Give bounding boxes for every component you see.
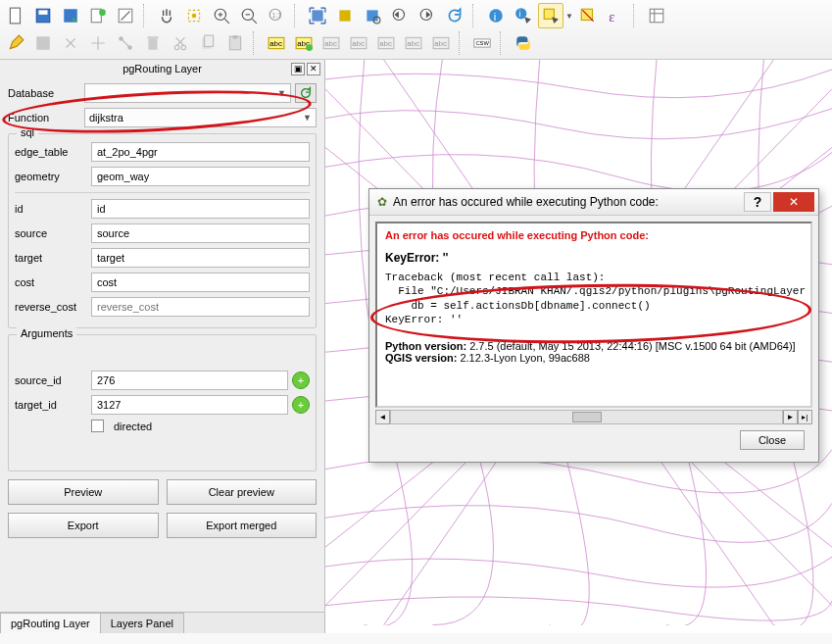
zoom-in-icon[interactable] [209, 3, 234, 28]
scroll-right-icon[interactable]: ► [783, 410, 798, 424]
python-console-icon[interactable] [511, 30, 536, 56]
svg-marker-27 [426, 12, 431, 19]
svg-text:abc: abc [407, 39, 419, 48]
label-dim2-icon[interactable]: abc [346, 30, 371, 56]
panel-title: pgRouting Layer [122, 63, 202, 74]
target-id-pick-button[interactable]: + [292, 396, 310, 414]
tab-layers[interactable]: Layers Panel [100, 613, 184, 633]
clear-preview-button[interactable]: Clear preview [167, 479, 318, 505]
new-composer-icon[interactable] [113, 3, 138, 28]
reverse-cost-input[interactable] [91, 297, 310, 317]
directed-checkbox[interactable] [91, 420, 104, 432]
zoom-layer-icon[interactable] [360, 3, 385, 28]
database-refresh-button[interactable] [295, 83, 317, 103]
dialog-close-x[interactable]: ✕ [773, 192, 814, 212]
delete-icon[interactable] [140, 30, 166, 56]
zoom-selection-icon[interactable] [332, 3, 358, 28]
copy-icon[interactable] [195, 30, 220, 56]
svg-line-51 [176, 37, 184, 45]
select-features-icon[interactable] [538, 3, 563, 28]
edge-table-label: edge_table [15, 146, 87, 158]
svg-line-50 [177, 37, 185, 45]
dialog-help-button[interactable]: ? [744, 192, 771, 212]
label-dim4-icon[interactable]: abc [401, 30, 426, 56]
tab-pgrouting[interactable]: pgRouting Layer [0, 613, 101, 633]
label-abc-icon[interactable]: abc [264, 30, 289, 56]
identify-arrow-icon[interactable]: i [511, 3, 536, 28]
label-dim5-icon[interactable]: abc [428, 30, 454, 56]
dialog-scrollbar[interactable]: ◄ ► ▸| [375, 410, 812, 424]
target-label: target [15, 252, 87, 264]
refresh-icon[interactable] [442, 3, 467, 28]
move-feature-icon[interactable] [85, 30, 111, 56]
target-input[interactable] [91, 248, 310, 268]
scroll-left-icon[interactable]: ◄ [375, 410, 390, 424]
traceback-line-4: KeyError: '' [385, 313, 803, 326]
identify-icon[interactable]: i [483, 3, 509, 28]
csw-icon[interactable]: CSW [469, 30, 495, 56]
source-id-label: source_id [15, 374, 87, 386]
sql-group-title: sql [17, 126, 38, 138]
pgrouting-panel: pgRouting Layer ▣ ✕ Database ▼ Function … [0, 60, 325, 633]
new-file-icon[interactable] [3, 3, 28, 28]
node-tool-icon[interactable] [113, 30, 138, 56]
panel-undock-icon[interactable]: ▣ [291, 63, 305, 75]
deselect-icon[interactable] [575, 3, 601, 28]
preview-button[interactable]: Preview [8, 479, 159, 505]
geometry-input[interactable] [91, 167, 310, 186]
svg-line-12 [224, 19, 229, 24]
toggle-edit-icon[interactable] [3, 30, 28, 56]
label-abc2-icon[interactable]: abc [291, 30, 317, 56]
attribute-table-icon[interactable] [644, 3, 669, 28]
label-dim1-icon[interactable]: abc [318, 30, 344, 56]
svg-rect-21 [339, 10, 350, 21]
id-input[interactable] [91, 199, 310, 219]
traceback-line-1: Traceback (most recent call last): [385, 271, 803, 284]
svg-text:abc: abc [269, 39, 282, 48]
svg-rect-20 [312, 10, 322, 21]
database-select[interactable]: ▼ [84, 83, 291, 103]
edge-table-input[interactable] [91, 142, 310, 162]
svg-rect-2 [39, 10, 48, 15]
scroll-end-icon[interactable]: ▸| [798, 410, 812, 424]
dialog-close-button[interactable]: Close [740, 430, 805, 450]
export-merged-button[interactable]: Export merged [167, 513, 318, 538]
add-feature-icon[interactable] [58, 30, 83, 56]
qgis-version-value: 2.12.3-Lyon Lyon, 99ac688 [457, 352, 590, 364]
function-select[interactable]: dijkstra▼ [84, 108, 317, 127]
error-key: KeyError: '' [385, 251, 803, 265]
dialog-titlebar[interactable]: ✿ An error has occured while executing P… [369, 189, 818, 216]
zoom-next-icon[interactable] [415, 3, 440, 28]
arguments-group-title: Arguments [17, 327, 76, 339]
save-edits-icon[interactable] [58, 3, 83, 28]
error-heading: An error has occured while executing Pyt… [385, 229, 803, 241]
zoom-full-icon[interactable] [305, 3, 330, 28]
source-id-pick-button[interactable]: + [292, 372, 310, 389]
new-layer-icon[interactable] [85, 3, 111, 28]
paste-icon[interactable] [222, 30, 248, 56]
zoom-native-icon[interactable]: 1:1 [264, 3, 289, 28]
python-version-label: Python version: [385, 340, 466, 352]
scroll-track[interactable] [390, 410, 783, 424]
expression-icon[interactable]: ε [603, 3, 628, 28]
svg-rect-55 [233, 35, 238, 38]
label-dim3-icon[interactable]: abc [373, 30, 399, 56]
panel-close-icon[interactable]: ✕ [307, 63, 320, 75]
svg-text:abc: abc [434, 39, 447, 48]
error-text-area[interactable]: An error has occured while executing Pyt… [375, 222, 812, 408]
dialog-title: An error has occured while executing Pyt… [393, 195, 659, 209]
cost-input[interactable] [91, 272, 310, 292]
qgis-version-label: QGIS version: [385, 352, 457, 364]
zoom-last-icon[interactable] [387, 3, 413, 28]
source-input[interactable] [91, 223, 310, 243]
pan-to-selection-icon[interactable] [181, 3, 207, 28]
save-icon[interactable] [30, 3, 56, 28]
source-id-input[interactable] [91, 371, 288, 390]
save-layer-icon[interactable] [30, 30, 56, 56]
pan-icon[interactable] [154, 3, 179, 28]
target-id-input[interactable] [91, 395, 288, 415]
export-button[interactable]: Export [8, 513, 159, 538]
qgis-icon: ✿ [377, 195, 387, 209]
cut-icon[interactable] [168, 30, 193, 56]
zoom-out-icon[interactable] [236, 3, 262, 28]
